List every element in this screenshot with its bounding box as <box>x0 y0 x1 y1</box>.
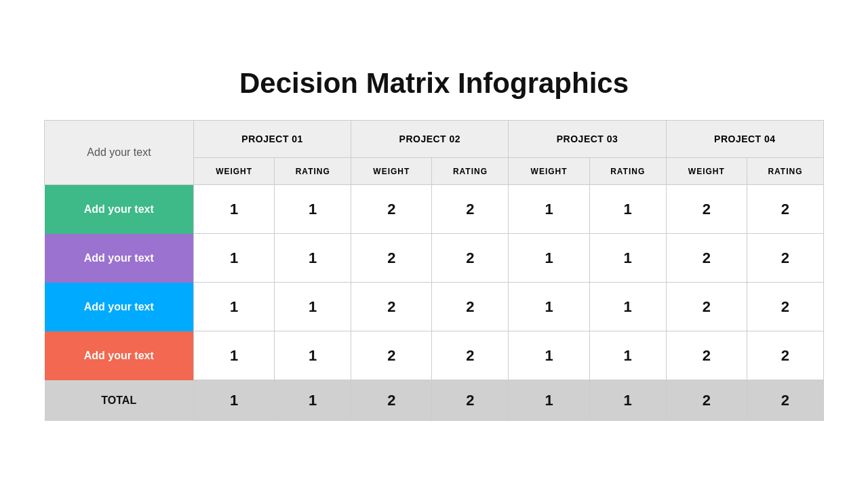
r3-p1-rating: 1 <box>275 283 351 331</box>
total-p3-weight: 1 <box>509 380 589 421</box>
p3-weight-header: WEIGHT <box>509 158 589 185</box>
r4-p3-rating: 1 <box>589 331 666 380</box>
p2-rating-header: RATING <box>432 158 509 185</box>
r1-p2-weight: 2 <box>351 185 432 234</box>
r1-p4-weight: 2 <box>666 185 747 234</box>
r1-p3-rating: 1 <box>589 185 666 234</box>
r2-p1-rating: 1 <box>275 234 351 283</box>
r1-p1-weight: 1 <box>194 185 275 234</box>
r4-p1-rating: 1 <box>275 331 351 380</box>
r2-p3-rating: 1 <box>589 234 666 283</box>
page-title: Decision Matrix Infographics <box>239 67 629 100</box>
total-p2-weight: 2 <box>351 380 432 421</box>
r1-p1-rating: 1 <box>275 185 351 234</box>
header-label-cell: Add your text <box>45 121 194 185</box>
r2-p3-weight: 1 <box>509 234 589 283</box>
project-02-header: PROJECT 02 <box>351 121 509 158</box>
r2-p4-rating: 2 <box>747 234 823 283</box>
p3-rating-header: RATING <box>589 158 666 185</box>
project-04-header: PROJECT 04 <box>666 121 823 158</box>
r4-p1-weight: 1 <box>194 331 275 380</box>
r2-p2-rating: 2 <box>432 234 509 283</box>
total-p4-weight: 2 <box>666 380 747 421</box>
row-1-label: Add your text <box>45 185 194 234</box>
r2-p4-weight: 2 <box>666 234 747 283</box>
total-p4-rating: 2 <box>747 380 823 421</box>
r1-p4-rating: 2 <box>747 185 823 234</box>
project-01-header: PROJECT 01 <box>194 121 351 158</box>
r2-p2-weight: 2 <box>351 234 432 283</box>
data-row-1: Add your text 1 1 2 2 1 1 2 2 <box>45 185 824 234</box>
data-row-3: Add your text 1 1 2 2 1 1 2 2 <box>45 283 824 331</box>
row-2-label: Add your text <box>45 234 194 283</box>
p4-weight-header: WEIGHT <box>666 158 747 185</box>
r3-p3-rating: 1 <box>589 283 666 331</box>
r3-p3-weight: 1 <box>509 283 589 331</box>
total-row: TOTAL 1 1 2 2 1 1 2 2 <box>45 380 824 421</box>
p1-weight-header: WEIGHT <box>194 158 275 185</box>
total-label: TOTAL <box>45 380 194 421</box>
r3-p4-weight: 2 <box>666 283 747 331</box>
r1-p3-weight: 1 <box>509 185 589 234</box>
r4-p4-weight: 2 <box>666 331 747 380</box>
data-row-2: Add your text 1 1 2 2 1 1 2 2 <box>45 234 824 283</box>
p4-rating-header: RATING <box>747 158 823 185</box>
total-p2-rating: 2 <box>432 380 509 421</box>
r4-p2-weight: 2 <box>351 331 432 380</box>
r3-p2-weight: 2 <box>351 283 432 331</box>
data-row-4: Add your text 1 1 2 2 1 1 2 2 <box>45 331 824 380</box>
r4-p3-weight: 1 <box>509 331 589 380</box>
r3-p4-rating: 2 <box>747 283 823 331</box>
header-label: Add your text <box>45 121 193 184</box>
row-3-label: Add your text <box>45 283 194 331</box>
header-row-projects: Add your text PROJECT 01 PROJECT 02 PROJ… <box>45 121 824 158</box>
r4-p2-rating: 2 <box>432 331 509 380</box>
r2-p1-weight: 1 <box>194 234 275 283</box>
total-p1-rating: 1 <box>275 380 351 421</box>
p2-weight-header: WEIGHT <box>351 158 432 185</box>
matrix-table: Add your text PROJECT 01 PROJECT 02 PROJ… <box>44 120 824 421</box>
r1-p2-rating: 2 <box>432 185 509 234</box>
r3-p2-rating: 2 <box>432 283 509 331</box>
total-p3-rating: 1 <box>589 380 666 421</box>
row-4-label: Add your text <box>45 331 194 380</box>
r3-p1-weight: 1 <box>194 283 275 331</box>
matrix-container: Add your text PROJECT 01 PROJECT 02 PROJ… <box>44 120 824 421</box>
r4-p4-rating: 2 <box>747 331 823 380</box>
total-p1-weight: 1 <box>194 380 275 421</box>
project-03-header: PROJECT 03 <box>509 121 666 158</box>
p1-rating-header: RATING <box>275 158 351 185</box>
